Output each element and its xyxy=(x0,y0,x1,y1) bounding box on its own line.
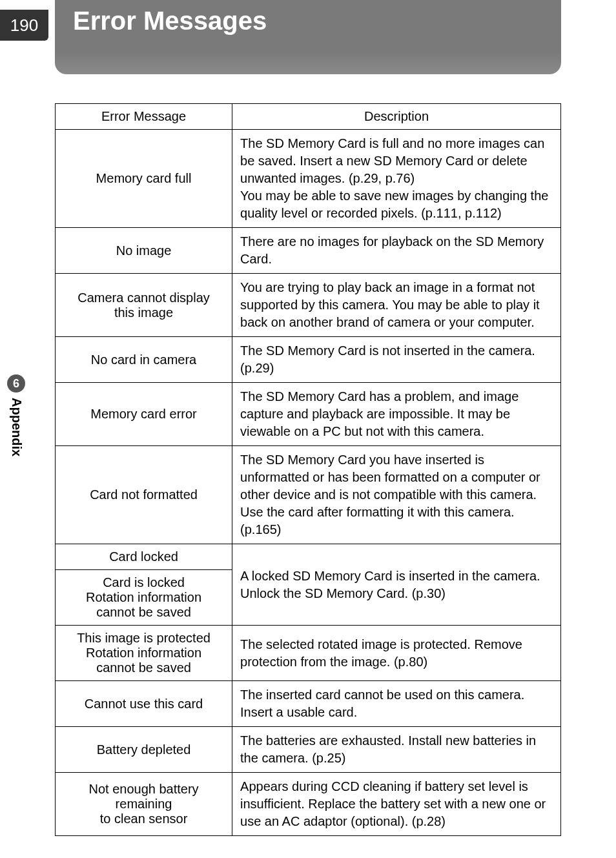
error-msg-cell: Card not formatted xyxy=(56,446,232,544)
error-msg-cell: Battery depleted xyxy=(56,727,232,773)
side-tab: 6 Appendix xyxy=(0,374,32,456)
error-desc-cell: You are trying to play back an image in … xyxy=(232,274,561,337)
table-row: No image There are no images for playbac… xyxy=(56,228,561,274)
error-msg-cell: Memory card full xyxy=(56,130,232,228)
content-area: Error Message Description Memory card fu… xyxy=(55,103,561,836)
error-desc-cell: The batteries are exhausted. Install new… xyxy=(232,727,561,773)
header-description: Description xyxy=(232,104,561,130)
page-title: Error Messages xyxy=(73,6,267,36)
error-desc-cell: There are no images for playback on the … xyxy=(232,228,561,274)
chapter-label: Appendix xyxy=(9,398,24,456)
error-msg-cell: Memory card error xyxy=(56,383,232,446)
error-msg-cell: No card in camera xyxy=(56,337,232,383)
error-msg-cell: No image xyxy=(56,228,232,274)
error-desc-cell: The selected rotated image is protected.… xyxy=(232,626,561,681)
error-msg-cell: Not enough batteryremainingto clean sens… xyxy=(56,773,232,836)
table-row: Card locked A locked SD Memory Card is i… xyxy=(56,544,561,570)
error-desc-cell: The SD Memory Card is not inserted in th… xyxy=(232,337,561,383)
error-desc-cell: The inserted card cannot be used on this… xyxy=(232,681,561,727)
error-messages-table: Error Message Description Memory card fu… xyxy=(55,103,561,836)
table-row: Cannot use this card The inserted card c… xyxy=(56,681,561,727)
table-row: Not enough batteryremainingto clean sens… xyxy=(56,773,561,836)
table-row: No card in camera The SD Memory Card is … xyxy=(56,337,561,383)
page-number: 190 xyxy=(0,10,48,41)
table-row: Battery depleted The batteries are exhau… xyxy=(56,727,561,773)
table-header-row: Error Message Description xyxy=(56,104,561,130)
error-msg-cell: Cannot use this card xyxy=(56,681,232,727)
error-desc-cell: The SD Memory Card you have inserted is … xyxy=(232,446,561,544)
table-row: Memory card full The SD Memory Card is f… xyxy=(56,130,561,228)
title-banner: Error Messages xyxy=(55,0,561,74)
error-msg-cell: Card locked xyxy=(56,544,232,570)
chapter-number-badge: 6 xyxy=(7,374,25,393)
error-desc-cell: Appears during CCD cleaning if battery s… xyxy=(232,773,561,836)
error-desc-cell: The SD Memory Card is full and no more i… xyxy=(232,130,561,228)
error-desc-cell: The SD Memory Card has a problem, and im… xyxy=(232,383,561,446)
table-row: Card not formatted The SD Memory Card yo… xyxy=(56,446,561,544)
table-row: Memory card error The SD Memory Card has… xyxy=(56,383,561,446)
error-msg-cell: Camera cannot displaythis image xyxy=(56,274,232,337)
table-row: Camera cannot displaythis image You are … xyxy=(56,274,561,337)
error-desc-cell: A locked SD Memory Card is inserted in t… xyxy=(232,544,561,626)
error-msg-cell: This image is protectedRotation informat… xyxy=(56,626,232,681)
error-msg-cell: Card is lockedRotation informationcannot… xyxy=(56,570,232,626)
header-error-message: Error Message xyxy=(56,104,232,130)
table-row: This image is protectedRotation informat… xyxy=(56,626,561,681)
